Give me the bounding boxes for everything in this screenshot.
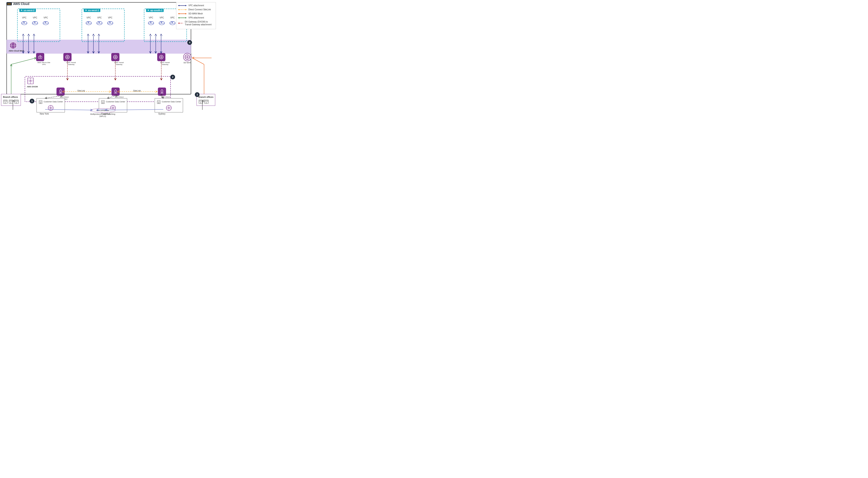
svg-marker-155 (178, 9, 179, 10)
svg-point-71 (161, 90, 163, 92)
vpn-icon (38, 55, 42, 60)
svg-point-69 (60, 90, 62, 92)
building-icon (101, 100, 105, 104)
svg-rect-130 (18, 101, 18, 102)
svg-rect-99 (158, 103, 159, 104)
svg-rect-136 (202, 100, 202, 101)
region-ap-label: ap-south-1 (150, 9, 162, 11)
svg-rect-77 (40, 103, 41, 104)
legend-dxgw-text: DX Gateway (DXGW) to Transit Gateway att… (185, 21, 214, 26)
svg-point-34 (173, 22, 175, 24)
tgw-1-icon-box (63, 53, 71, 61)
svg-rect-127 (18, 100, 18, 101)
dx-icon (113, 89, 118, 94)
cloud-wan-globe (9, 41, 17, 50)
branch-offices-left: Branch offices (1, 94, 21, 106)
svg-marker-151 (185, 5, 187, 6)
tgw-2-icon-box (111, 53, 119, 61)
svg-rect-146 (205, 101, 206, 102)
dx-2-icon-box (112, 88, 120, 96)
svg-rect-120 (11, 101, 11, 102)
region-us-label: us-west-2 (24, 9, 35, 11)
dxgw-icon (27, 77, 34, 84)
svg-line-189 (192, 58, 204, 64)
vpc-item: VPC (96, 16, 103, 25)
office-icon (204, 99, 209, 104)
svg-rect-140 (200, 102, 201, 103)
branch-offices-right: Branch offices (196, 94, 215, 106)
svg-point-30 (162, 22, 164, 24)
vpc-label: VPC (33, 16, 37, 19)
svg-marker-161 (178, 17, 179, 19)
branch-right-label: Branch offices (198, 96, 213, 98)
svg-point-18 (99, 22, 102, 24)
svg-rect-117 (11, 100, 11, 101)
dxgw-box (25, 76, 171, 102)
vpc-cloud-icon (32, 19, 38, 25)
svg-rect-74 (41, 101, 41, 102)
svg-rect-95 (158, 101, 158, 102)
mpls-full-label: Multiprotocol Label Switching(MPLS) (90, 113, 115, 117)
svg-rect-121 (12, 101, 12, 102)
dx-icon (160, 89, 164, 94)
sydney-label: Sydney (158, 113, 165, 115)
vpc-label: VPC (108, 16, 113, 19)
diagram-container: aws AWS Cloud ⚑ us-west-2 VPC VPC VPC (0, 0, 217, 120)
vpn-line-icon (178, 17, 187, 19)
svg-rect-113 (5, 102, 6, 103)
building-icon (38, 100, 43, 104)
legend-dc-text: Direct Connect SiteLink (188, 8, 211, 11)
svg-rect-138 (200, 101, 201, 102)
svg-point-14 (89, 22, 91, 24)
aws-cloud-header: aws AWS Cloud (6, 2, 29, 6)
office-icon (3, 99, 8, 104)
svg-marker-157 (185, 13, 187, 14)
legend-dxgw-tgw: DX Gateway (DXGW) to Transit Gateway att… (178, 21, 214, 26)
building-icon (157, 100, 161, 104)
svg-marker-154 (185, 9, 187, 10)
svg-rect-135 (200, 100, 201, 101)
svg-rect-107 (4, 100, 5, 101)
vpc-item: VPC (85, 16, 92, 25)
svg-point-26 (151, 22, 154, 24)
vpn-label: AWS Site-to-Site VPN (36, 62, 52, 65)
svg-rect-116 (10, 100, 10, 101)
vpc-label: VPC (87, 16, 91, 19)
svg-marker-160 (185, 17, 187, 19)
sdwan-node: SD-WAN (183, 53, 191, 64)
svg-rect-84 (102, 101, 103, 102)
legend-vpn-attachment: VPN attachment (178, 16, 214, 19)
vpc-group-eu: VPC VPC VPC (85, 16, 114, 25)
cdc-frankfurt-label: Customer Data Center (106, 101, 125, 103)
svg-rect-148 (207, 101, 208, 102)
dc-sitelink-line-icon (178, 8, 187, 11)
legend-directconnect-sitelink: Direct Connect SiteLink (178, 8, 214, 11)
dx-1-icon-box (57, 88, 65, 96)
vpn-icon-box (36, 53, 44, 61)
svg-rect-111 (5, 101, 6, 102)
svg-rect-119 (10, 101, 10, 102)
tgw-3-label: AWS Transit Gateway (157, 62, 173, 65)
badge-3: 3 (195, 92, 199, 97)
vpc-label: VPC (97, 16, 102, 19)
vpc-cloud-icon (148, 19, 154, 25)
legend-vpc-attachment: VPC attachment (178, 4, 214, 7)
vpc-cloud-icon (96, 19, 103, 25)
vpc-label: VPC (149, 16, 153, 19)
dx-3-icon-box (158, 88, 166, 96)
router-icon-sy (165, 105, 172, 111)
legend-sdwan-text: SD-WAN Mesh (188, 12, 203, 15)
svg-rect-88 (103, 103, 103, 104)
vpc-item: VPC (148, 16, 154, 25)
svg-point-22 (110, 22, 113, 24)
router-icon-ny (48, 105, 54, 111)
aws-cloud-title: AWS Cloud (13, 2, 29, 6)
region-eu-label: eu-west-1 (88, 9, 99, 11)
sdwan-label: SD-WAN (183, 62, 191, 64)
transit-gw-2-node: AWS Transit Gateway (111, 53, 127, 65)
newyork-label: New York (40, 113, 49, 115)
svg-point-2 (24, 22, 27, 24)
vpc-attachment-line-icon (178, 4, 187, 7)
transit-gw-1-node: AWS Transit Gateway (63, 53, 79, 65)
svg-marker-158 (178, 13, 179, 14)
